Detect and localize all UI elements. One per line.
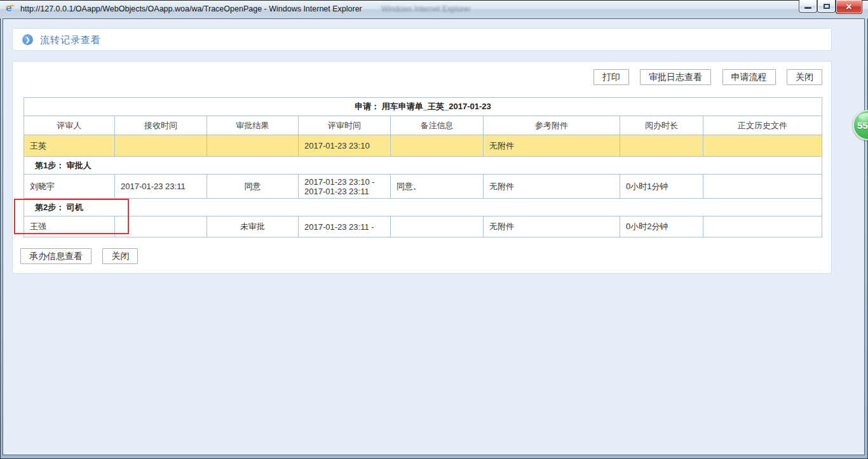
maximize-icon xyxy=(824,4,830,9)
close-footer-button[interactable]: 关闭 xyxy=(102,248,138,264)
table-caption: 申请： 用车申请单_王英_2017-01-23 xyxy=(24,98,822,116)
cell-approval-result xyxy=(207,135,299,157)
cell-approval-result: 同意 xyxy=(207,175,299,199)
column-header-duration: 阅办时长 xyxy=(620,116,703,135)
column-header-review-time: 评审时间 xyxy=(299,116,391,135)
cell-duration: 0小时2分钟 xyxy=(620,216,703,237)
cell-review-time: 2017-01-23 23:10 - 2017-01-23 23:11 xyxy=(299,175,391,199)
table-header-row: 评审人 接收时间 审批结果 评审时间 备注信息 参考附件 阅办时长 正文历史文件 xyxy=(24,116,822,135)
cell-reviewer: 王强 xyxy=(24,216,115,237)
driver-row: 王强 未审批 2017-01-23 23:11 - 无附件 0小时2分钟 xyxy=(24,216,822,237)
column-header-reviewer: 评审人 xyxy=(24,116,115,135)
print-button[interactable]: 打印 xyxy=(593,69,629,85)
cell-attachment: 无附件 xyxy=(484,135,620,157)
cell-receive-time: 2017-01-23 23:11 xyxy=(115,175,207,199)
cell-duration: 0小时1分钟 xyxy=(620,175,703,199)
close-page-button[interactable]: 关闭 xyxy=(787,69,822,85)
cell-history-doc xyxy=(703,175,822,199)
minimize-button[interactable] xyxy=(799,0,817,13)
cell-reviewer: 刘晓宇 xyxy=(24,175,115,199)
minimize-icon xyxy=(804,7,811,9)
approval-log-button[interactable]: 审批日志查看 xyxy=(640,69,711,85)
undertake-info-button[interactable]: 承办信息查看 xyxy=(20,248,92,264)
column-header-receive-time: 接收时间 xyxy=(115,116,207,135)
cell-history-doc xyxy=(703,216,822,237)
close-icon: × xyxy=(846,1,851,13)
window-controls: × xyxy=(799,0,862,14)
trace-record-table: 申请： 用车申请单_王英_2017-01-23 评审人 接收时间 审批结果 评审… xyxy=(24,97,822,237)
apply-flow-button[interactable]: 申请流程 xyxy=(722,69,776,85)
toolbar: 打印 审批日志查看 申请流程 关闭 xyxy=(585,69,822,85)
column-header-remark: 备注信息 xyxy=(391,116,484,135)
step1-row: 第1步： 审批人 xyxy=(24,157,822,175)
cell-approval-result: 未审批 xyxy=(207,216,299,237)
cell-review-time: 2017-01-23 23:10 xyxy=(299,135,391,157)
window-title: http://127.0.0.1/OAapp/WebObjects/OAapp.… xyxy=(20,0,362,18)
browser-window: e http://127.0.0.1/OAapp/WebObjects/OAap… xyxy=(0,0,868,459)
column-header-attachment: 参考附件 xyxy=(484,116,620,135)
arrow-bullet-icon: ❯ xyxy=(22,34,33,45)
step1-label: 第1步： 审批人 xyxy=(24,157,822,175)
column-header-approval-result: 审批结果 xyxy=(207,116,299,135)
cell-history-doc xyxy=(703,135,822,157)
page-background: ❯ 流转记录查看 打印 审批日志查看 申请流程 关闭 申请： 用车申请单_王英_… xyxy=(3,18,865,455)
main-content-panel: 打印 审批日志查看 申请流程 关闭 申请： 用车申请单_王英_2017-01-2… xyxy=(12,61,832,274)
column-header-history-doc: 正文历史文件 xyxy=(703,116,822,135)
cell-receive-time xyxy=(115,216,207,237)
ghost-window-title: Windows Internet Explorer xyxy=(381,4,471,13)
maximize-button[interactable] xyxy=(817,0,836,13)
footer-buttons: 承办信息查看 关闭 xyxy=(20,248,146,264)
title-bar: e http://127.0.0.1/OAapp/WebObjects/OAap… xyxy=(0,0,868,18)
cell-reviewer: 王英 xyxy=(24,135,115,157)
table-caption-row: 申请： 用车申请单_王英_2017-01-23 xyxy=(24,98,822,116)
cell-review-time: 2017-01-23 23:11 - xyxy=(299,216,391,237)
cell-attachment: 无附件 xyxy=(484,175,620,199)
step2-row: 第2步： 司机 xyxy=(24,199,822,216)
cell-remark xyxy=(391,135,484,157)
cell-receive-time xyxy=(115,135,207,157)
ie-logo-icon: e xyxy=(6,3,17,15)
cell-remark: 同意。 xyxy=(391,175,484,199)
summary-row: 王英 2017-01-23 23:10 无附件 xyxy=(24,135,822,157)
cell-duration xyxy=(620,135,703,157)
close-window-button[interactable]: × xyxy=(836,0,862,14)
page-title: 流转记录查看 xyxy=(40,29,101,51)
approver-row: 刘晓宇 2017-01-23 23:11 同意 2017-01-23 23:10… xyxy=(24,175,822,199)
cell-remark xyxy=(391,216,484,237)
cell-attachment: 无附件 xyxy=(484,216,620,237)
step2-label: 第2步： 司机 xyxy=(24,199,822,216)
page-header-panel: ❯ 流转记录查看 xyxy=(12,28,832,51)
badge-count: 55 xyxy=(857,120,868,131)
